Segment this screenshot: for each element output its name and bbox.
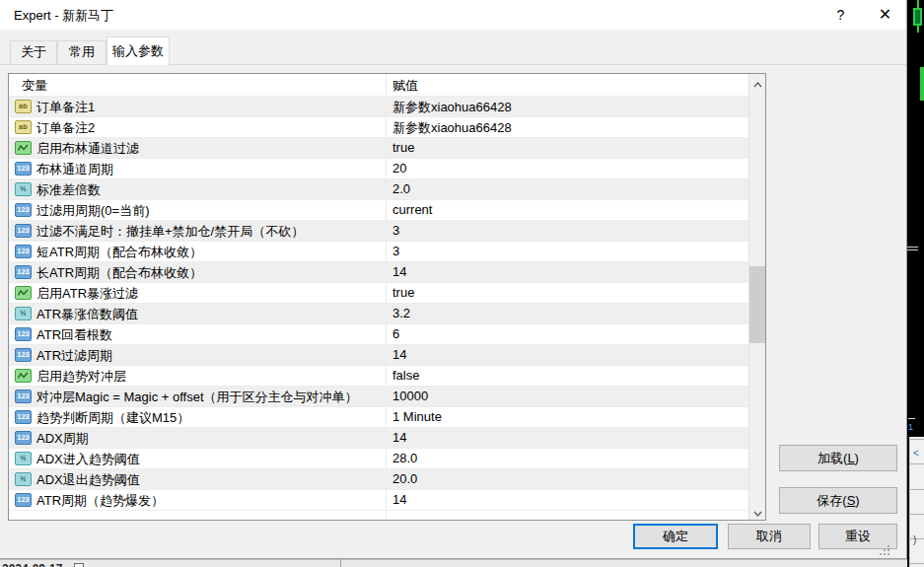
chart-tick-mark (908, 418, 915, 419)
table-row[interactable]: 123 趋势判断周期（建议M15） 1 Minute (9, 407, 749, 428)
parameter-name: 过滤不满足时：撤挂单+禁加仓/禁开局（不砍） (36, 223, 304, 241)
parameter-value[interactable]: 20 (392, 161, 406, 176)
clipped-background-text: 2024-09-17 (2, 562, 62, 567)
parameter-name: 启用ATR暴涨过滤 (36, 285, 138, 303)
load-button-label: 加载( (817, 451, 847, 465)
green-bar (920, 67, 924, 101)
expert-settings-dialog: Expert - 新新马丁 ? ✕ 关于 常用 输入参数 变量 赋值 ab 订单… (0, 0, 907, 559)
double-icon: ½ (15, 472, 32, 486)
table-row[interactable]: ½ ATR暴涨倍数阈值 3.2 (9, 304, 749, 324)
parameter-name: 过滤用周期(0=当前) (36, 202, 149, 220)
table-row[interactable]: ab 订单备注2 新参数xiaohua66428 (9, 117, 749, 138)
parameter-value[interactable]: 3 (392, 244, 399, 258)
parameter-name: 长ATR周期（配合布林收敛） (36, 264, 202, 282)
table-row[interactable]: ½ 标准差倍数 2.0 (9, 179, 749, 200)
chart-dash (907, 247, 918, 248)
help-button[interactable]: ? (818, 0, 863, 30)
table-row[interactable]: 123 布林通道周期 20 (9, 159, 749, 179)
table-row[interactable]: 123 ATR回看根数 6 (9, 324, 749, 345)
close-icon: ✕ (879, 6, 891, 23)
table-row[interactable]: 123 短ATR周期（配合布林收敛） 3 (9, 242, 749, 262)
title-bar[interactable]: Expert - 新新马丁 ? ✕ (0, 0, 906, 30)
table-row[interactable]: 123 ATR周期（趋势爆发） 14 (9, 490, 749, 511)
table-row[interactable]: ½ ADX进入趋势阈值 28.0 (9, 449, 749, 469)
parameter-value[interactable]: true (392, 140, 414, 155)
parameter-name: ATR回看根数 (36, 326, 112, 344)
parameter-value[interactable]: 14 (392, 347, 406, 362)
table-row[interactable]: 123 过滤不满足时：撤挂单+禁加仓/禁开局（不砍） 3 (9, 221, 749, 242)
tab-input-parameters[interactable]: 输入参数 (107, 36, 170, 65)
load-button-mnemonic: L (847, 451, 854, 465)
string-icon: ab (15, 100, 32, 113)
table-row[interactable]: 123 ATR过滤周期 14 (9, 345, 749, 366)
scroll-down-button[interactable] (749, 503, 765, 520)
scroll-up-button[interactable] (749, 74, 765, 91)
parameter-name: 布林通道周期 (36, 161, 113, 178)
cancel-button[interactable]: 取消 (728, 524, 811, 549)
parameter-name: ATR暴涨倍数阈值 (36, 306, 138, 323)
string-icon: ab (15, 120, 32, 134)
integer-icon: 123 (15, 203, 32, 217)
parameter-name: 订单备注1 (36, 99, 95, 116)
bool-icon (15, 286, 32, 300)
integer-icon: 123 (15, 162, 32, 176)
parameter-value[interactable]: 14 (392, 492, 406, 507)
table-row[interactable]: 123 过滤用周期(0=当前) current (9, 200, 749, 221)
table-row[interactable]: 启用趋势对冲层 false (9, 366, 749, 387)
tab-about[interactable]: 关于 (10, 40, 57, 64)
scrollbar-thumb[interactable] (749, 266, 765, 343)
vertical-scrollbar[interactable] (748, 74, 765, 520)
save-button[interactable]: 保存(S) (779, 487, 897, 514)
chart-price-digit: 1 (908, 422, 913, 432)
integer-icon: 123 (15, 348, 32, 362)
bool-icon (15, 141, 32, 155)
bool-icon (15, 369, 32, 383)
table-row[interactable]: 启用布林通道过滤 true (9, 138, 749, 159)
parameter-value[interactable]: 新参数xiaohua66428 (392, 119, 512, 137)
help-icon: ? (837, 7, 845, 23)
parameter-rows: ab 订单备注1 新参数xiaohua66428 ab 订单备注2 新参数xia… (9, 97, 749, 511)
parameter-value[interactable]: 10000 (392, 389, 428, 403)
background-divider (340, 559, 341, 567)
panel-glyph-chevron: < (913, 449, 919, 459)
parameter-value[interactable]: 新参数xiaohua66428 (392, 99, 512, 116)
chevron-up-icon (753, 82, 762, 88)
parameter-value[interactable]: false (392, 368, 419, 383)
integer-icon: 123 (15, 265, 32, 279)
parameter-value[interactable]: 28.0 (392, 451, 417, 465)
parameter-name: 启用趋势对冲层 (36, 368, 126, 386)
parameter-value[interactable]: 3 (392, 223, 399, 238)
integer-icon: 123 (15, 390, 32, 403)
table-row[interactable]: ab 订单备注1 新参数xiaohua66428 (9, 97, 749, 117)
table-row[interactable]: 123 对冲层Magic = Magic + offset（用于区分主仓与对冲单… (9, 387, 749, 407)
background-panel-edge: < ) (909, 437, 924, 567)
table-row[interactable]: 启用ATR暴涨过滤 true (9, 283, 749, 304)
save-button-label: 保存( (817, 493, 846, 508)
table-header: 变量 赋值 (9, 74, 749, 97)
parameter-value[interactable]: 20.0 (392, 471, 417, 486)
parameter-value[interactable]: true (392, 285, 414, 300)
parameter-value[interactable]: 1 Minute (392, 409, 442, 424)
background-strip (0, 559, 907, 567)
column-divider (386, 74, 387, 520)
table-row[interactable]: ½ ADX退出趋势阈值 20.0 (9, 469, 749, 490)
parameter-value[interactable]: 14 (392, 264, 406, 279)
load-button[interactable]: 加载(L) (779, 445, 897, 471)
ok-button[interactable]: 确定 (633, 524, 718, 549)
table-row[interactable]: 123 长ATR周期（配合布林收敛） 14 (9, 262, 749, 283)
window-title: Expert - 新新马丁 (14, 7, 113, 25)
table-row[interactable]: 123 ADX周期 14 (9, 428, 749, 449)
parameter-value[interactable]: 3.2 (392, 306, 410, 320)
parameter-value[interactable]: current (392, 202, 432, 217)
parameter-name: 订单备注2 (36, 119, 95, 137)
save-button-label-suffix: ) (855, 493, 859, 508)
integer-icon: 123 (15, 410, 32, 424)
parameter-value[interactable]: 2.0 (392, 181, 410, 196)
tab-common[interactable]: 常用 (57, 40, 107, 64)
column-header-variable: 变量 (22, 77, 47, 95)
parameter-value[interactable]: 14 (392, 430, 406, 445)
parameter-value[interactable]: 6 (392, 326, 399, 341)
close-button[interactable]: ✕ (863, 0, 907, 30)
panel-line (910, 463, 924, 464)
resize-grip[interactable] (878, 543, 891, 557)
